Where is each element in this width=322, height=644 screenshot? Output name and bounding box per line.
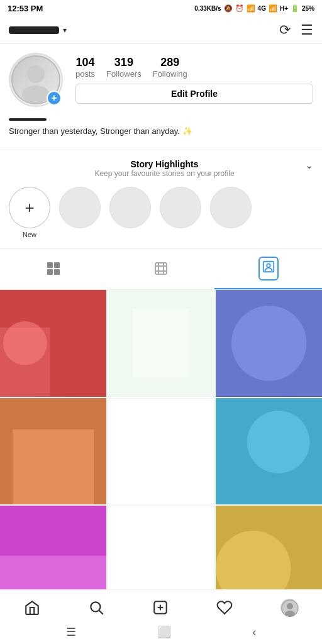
search-icon	[88, 599, 104, 616]
bio-name	[9, 118, 47, 121]
clock-icon: ⏰	[235, 4, 244, 13]
username-box[interactable]: ▾	[9, 26, 67, 35]
nav-home[interactable]	[18, 597, 47, 618]
photo-cell-1[interactable]	[0, 290, 106, 396]
tab-tagged[interactable]	[214, 249, 322, 289]
svg-point-36	[285, 611, 295, 617]
nav-profile[interactable]	[274, 596, 304, 619]
photo-cell-5[interactable]	[108, 398, 214, 504]
menu-icon[interactable]: ☰	[301, 22, 313, 38]
signal-icon: 📶	[247, 4, 255, 13]
chevron-up-icon[interactable]: ⌄	[305, 159, 313, 171]
followers-stat[interactable]: 319 Followers	[106, 56, 142, 79]
profile-bio: Stronger than yesterday, Stronger than a…	[9, 114, 313, 137]
svg-point-24	[247, 410, 309, 473]
sys-back-icon[interactable]: ‹	[252, 626, 256, 639]
new-highlight-circle[interactable]: +	[9, 187, 50, 228]
highlights-section: Story Highlights Keep your favourite sto…	[0, 150, 322, 249]
svg-rect-4	[54, 262, 60, 268]
bottom-system-bar: ☰ ⬜ ‹	[0, 621, 322, 644]
battery-icon: 🔋	[291, 4, 299, 13]
profile-avatar-thumb[interactable]	[280, 599, 298, 616]
svg-rect-22	[13, 429, 94, 504]
following-count: 289	[160, 56, 179, 69]
bio-text: Stronger than yesterday, Stronger than a…	[9, 126, 313, 137]
posts-stat[interactable]: 104 posts	[75, 56, 95, 79]
network-speed: 0.33KB/s	[194, 5, 221, 12]
highlight-circle-3[interactable]	[160, 187, 201, 228]
highlights-title-wrap: Story Highlights Keep your favourite sto…	[24, 159, 305, 178]
tagged-icon-box	[258, 257, 279, 280]
svg-point-16	[3, 321, 47, 365]
grid-icon	[46, 261, 61, 276]
svg-point-20	[231, 306, 307, 381]
highlights-row: + New	[0, 180, 322, 241]
reels-icon	[153, 261, 169, 276]
nav-icons: ⟳ ☰	[279, 22, 313, 38]
svg-point-29	[91, 602, 100, 611]
profile-stats-area: 104 posts 319 Followers 289 Following Ed…	[75, 56, 313, 104]
sys-menu-icon[interactable]: ☰	[66, 625, 76, 639]
photo-4	[0, 398, 106, 504]
dropdown-icon[interactable]: ▾	[63, 26, 67, 35]
photo-cell-2[interactable]	[108, 290, 214, 396]
photo-6	[216, 398, 322, 504]
home-icon	[24, 599, 40, 616]
photo-grid	[0, 290, 322, 612]
nav-heart[interactable]	[210, 597, 239, 618]
history-icon[interactable]: ⟳	[279, 22, 291, 38]
svg-point-35	[287, 603, 293, 609]
followers-label: Followers	[106, 69, 142, 79]
status-right: 0.33KB/s 🔕 ⏰ 📶 4G 📶 H+ 🔋 25%	[194, 4, 314, 13]
status-time: 12:53 PM	[8, 4, 43, 13]
mute-icon: 🔕	[224, 4, 233, 13]
highlight-item-2[interactable]	[109, 187, 151, 238]
following-stat[interactable]: 289 Following	[153, 56, 187, 79]
bottom-nav: ☰ ⬜ ‹	[0, 589, 322, 644]
photo-2-overlay	[108, 290, 214, 396]
network-hplus: H+	[280, 5, 288, 12]
following-label: Following	[153, 69, 187, 79]
photo-1	[0, 290, 106, 396]
svg-point-13	[267, 264, 270, 268]
highlight-item-1[interactable]	[59, 187, 101, 238]
tagged-icon	[262, 260, 275, 274]
bottom-nav-row	[0, 590, 322, 621]
tab-grid[interactable]	[0, 249, 108, 289]
plus-icon: +	[25, 198, 34, 218]
add-story-button[interactable]: +	[47, 91, 62, 106]
battery-percent: 25%	[302, 5, 314, 12]
photo-cell-3[interactable]	[216, 290, 322, 396]
profile-section: + 104 posts 319 Followers 289 Following …	[0, 44, 322, 143]
highlights-header: Story Highlights Keep your favourite sto…	[0, 159, 322, 178]
highlight-circle-4[interactable]	[210, 187, 252, 228]
status-bar: 12:53 PM 0.33KB/s 🔕 ⏰ 📶 4G 📶 H+ 🔋 25%	[0, 0, 322, 17]
tab-bar	[0, 249, 322, 290]
highlight-item-4[interactable]	[210, 187, 252, 238]
followers-count: 319	[114, 56, 133, 69]
new-highlight-item[interactable]: + New	[9, 187, 50, 238]
nav-add[interactable]	[146, 597, 175, 618]
posts-label: posts	[75, 69, 95, 79]
tab-reels[interactable]	[108, 249, 215, 289]
photo-cell-6[interactable]	[216, 398, 322, 504]
top-nav: ▾ ⟳ ☰	[0, 17, 322, 44]
highlight-circle-2[interactable]	[109, 187, 151, 228]
new-highlight-label: New	[23, 231, 36, 238]
edit-profile-button[interactable]: Edit Profile	[75, 84, 313, 104]
svg-rect-3	[47, 262, 53, 268]
network-4g: 4G	[258, 5, 266, 12]
svg-line-30	[99, 611, 103, 614]
add-icon	[152, 599, 169, 616]
photo-cell-4[interactable]	[0, 398, 106, 504]
sys-home-icon[interactable]: ⬜	[157, 625, 171, 639]
photo-3	[216, 290, 322, 396]
highlight-circle-1[interactable]	[59, 187, 101, 228]
svg-point-1	[27, 65, 45, 83]
svg-rect-6	[54, 269, 60, 275]
svg-rect-5	[47, 269, 53, 275]
username-label[interactable]	[9, 26, 59, 34]
nav-search[interactable]	[82, 597, 111, 618]
signal-icon-2: 📶	[269, 4, 277, 13]
highlight-item-3[interactable]	[160, 187, 201, 238]
